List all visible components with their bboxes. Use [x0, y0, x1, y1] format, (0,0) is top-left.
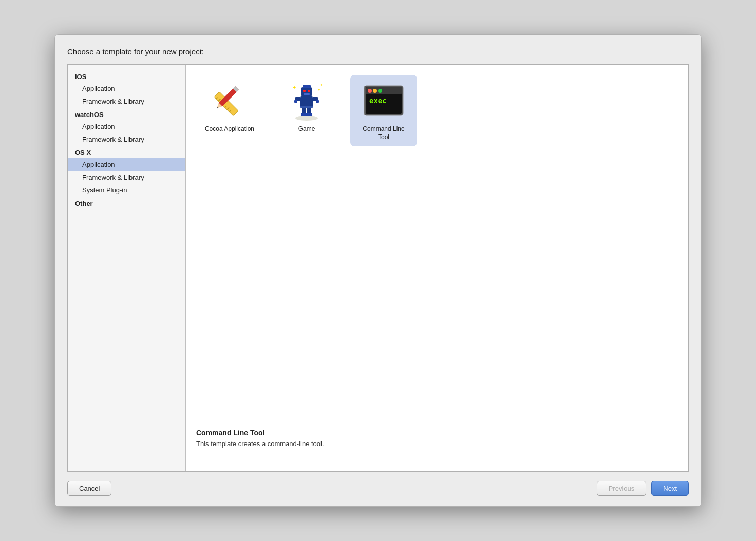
svg-rect-16 — [303, 90, 306, 92]
cancel-button[interactable]: Cancel — [67, 481, 111, 496]
svg-rect-22 — [316, 100, 319, 103]
svg-text:✦: ✦ — [292, 85, 296, 90]
svg-point-34 — [368, 89, 372, 93]
right-panel: Cocoa Application — [186, 65, 688, 471]
description-title: Command Line Tool — [196, 429, 678, 437]
template-cocoa-application[interactable]: Cocoa Application — [196, 75, 263, 146]
svg-rect-18 — [304, 93, 310, 95]
cocoa-application-icon — [209, 80, 250, 121]
svg-point-12 — [295, 115, 318, 121]
new-project-dialog: Choose a template for your new project: … — [54, 34, 702, 507]
description-text: This template creates a command-line too… — [196, 440, 678, 448]
previous-button[interactable]: Previous — [597, 481, 647, 496]
template-game[interactable]: ✦ ✦ ✦ Game — [273, 75, 340, 146]
svg-rect-21 — [294, 100, 297, 103]
sidebar-section-watchos: watchOS — [68, 108, 185, 120]
next-button[interactable]: Next — [651, 481, 689, 496]
template-game-label: Game — [298, 125, 315, 133]
svg-rect-15 — [303, 85, 311, 88]
sidebar-section-osx: OS X — [68, 146, 185, 158]
templates-area: Cocoa Application — [186, 65, 688, 420]
svg-point-36 — [378, 89, 382, 93]
sidebar-item-ios-application[interactable]: Application — [68, 82, 185, 95]
sidebar-item-osx-application[interactable]: Application — [68, 158, 185, 171]
svg-text:✦: ✦ — [317, 88, 321, 92]
dialog-title: Choose a template for your new project: — [67, 47, 689, 56]
footer: Cancel Previous Next — [67, 481, 689, 496]
svg-text:exec: exec — [369, 96, 387, 105]
sidebar-item-osx-systemplugin[interactable]: System Plug-in — [68, 184, 185, 197]
sidebar: iOS Application Framework & Library watc… — [68, 65, 186, 471]
svg-rect-17 — [308, 90, 310, 92]
sidebar-item-osx-framework[interactable]: Framework & Library — [68, 171, 185, 184]
svg-rect-27 — [306, 113, 312, 116]
svg-line-11 — [217, 107, 218, 108]
sidebar-item-watchos-framework[interactable]: Framework & Library — [68, 133, 185, 146]
command-line-tool-icon: exec — [363, 80, 404, 121]
sidebar-item-watchos-application[interactable]: Application — [68, 120, 185, 133]
template-command-line-tool[interactable]: exec Command LineTool — [350, 75, 417, 146]
sidebar-section-ios: iOS — [68, 70, 185, 82]
svg-text:✦: ✦ — [320, 83, 323, 87]
template-cocoa-application-label: Cocoa Application — [205, 125, 254, 133]
svg-rect-23 — [300, 106, 313, 108]
template-command-line-tool-label: Command LineTool — [363, 125, 404, 141]
game-icon: ✦ ✦ ✦ — [286, 80, 327, 121]
main-area: iOS Application Framework & Library watc… — [67, 64, 689, 472]
footer-right: Previous Next — [597, 481, 689, 496]
sidebar-section-other: Other — [68, 197, 185, 209]
description-panel: Command Line Tool This template creates … — [186, 420, 688, 471]
svg-point-35 — [373, 89, 377, 93]
sidebar-item-ios-framework[interactable]: Framework & Library — [68, 95, 185, 108]
svg-rect-14 — [301, 87, 312, 96]
